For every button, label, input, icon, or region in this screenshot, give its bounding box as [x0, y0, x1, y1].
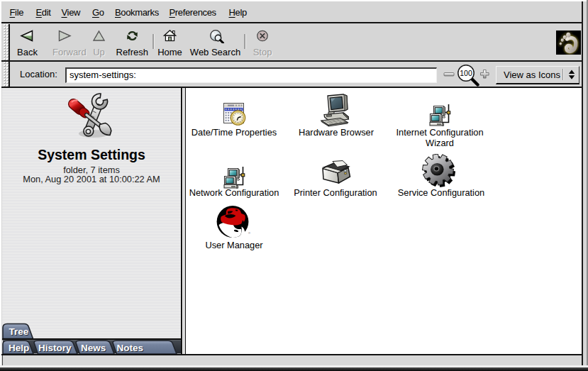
- svg-text:Help: Help: [9, 343, 29, 353]
- svg-text:®: ®: [248, 231, 250, 235]
- svg-text:Notes: Notes: [117, 343, 144, 353]
- svg-text:Tree: Tree: [9, 326, 29, 337]
- svg-text:History: History: [38, 343, 72, 353]
- svg-text:News: News: [81, 343, 106, 353]
- svg-text:100: 100: [460, 69, 472, 77]
